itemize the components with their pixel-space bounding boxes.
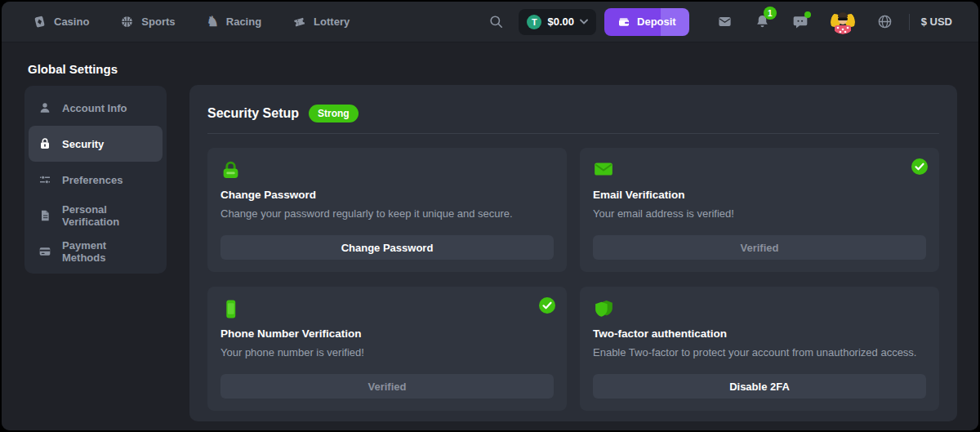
security-strength-badge: Strong [309, 105, 359, 122]
sidebar-item-label: Payment Methods [62, 239, 153, 264]
nav-item-lottery[interactable]: Lottery [292, 15, 350, 29]
lottery-icon [292, 15, 306, 29]
disable-2fa-button[interactable]: Disable 2FA [593, 374, 926, 399]
chat-button[interactable] [792, 14, 808, 30]
notifications-button[interactable]: 1 [755, 14, 770, 29]
card-icon-wrap [220, 299, 554, 320]
padlock-icon [220, 160, 241, 180]
avatar-image [831, 10, 855, 34]
sports-icon [120, 15, 134, 29]
balance-selector[interactable]: T $0.00 [519, 9, 596, 35]
avatar[interactable] [831, 10, 855, 34]
inbox-button[interactable] [717, 14, 733, 29]
card-title: Phone Number Verification [220, 327, 554, 340]
two-factor-card: Two-factor authentication Enable Two-fac… [580, 287, 939, 411]
change-password-button[interactable]: Change Password [220, 235, 554, 260]
card-title: Email Verification [593, 189, 926, 201]
currency-selector[interactable]: $ USD [921, 16, 952, 28]
nav-divider [909, 14, 910, 30]
app-window: Casino Sports ♞ Racing Lottery T $0.00 [0, 0, 980, 432]
chevron-down-icon [580, 19, 588, 24]
card-description: Change your password regularly to keep i… [220, 207, 554, 220]
lock-icon [38, 137, 51, 150]
sidebar-item-security[interactable]: Security [29, 126, 163, 162]
nav-item-label: Sports [141, 16, 175, 28]
phone-verified-button[interactable]: Verified [220, 374, 554, 399]
card-description: Your email address is verified! [593, 207, 926, 220]
balance-amount: $0.00 [547, 16, 574, 28]
sidebar-item-label: Security [62, 138, 104, 150]
card-title: Change Password [220, 189, 554, 201]
nav-item-racing[interactable]: ♞ Racing [207, 15, 262, 29]
mail-icon [717, 14, 733, 29]
chat-online-dot [804, 11, 811, 18]
sidebar-item-label: Personal Verification [62, 203, 153, 228]
deposit-button[interactable]: Deposit [604, 8, 689, 36]
racing-icon: ♞ [207, 15, 219, 29]
document-icon [38, 209, 51, 222]
nav-item-label: Lottery [314, 16, 350, 28]
panel-title: Security Setup [207, 106, 299, 121]
credit-card-icon [38, 245, 51, 258]
security-cards-grid: Change Password Change your password reg… [207, 148, 939, 411]
sidebar-item-label: Account Info [62, 102, 127, 114]
phone-verification-card: Phone Number Verification Your phone num… [207, 287, 567, 411]
email-verification-card: Email Verification Your email address is… [580, 148, 939, 272]
change-password-card: Change Password Change your password reg… [207, 148, 567, 272]
nav-item-label: Casino [54, 16, 89, 28]
card-description: Your phone number is verified! [220, 346, 554, 359]
deposit-label: Deposit [637, 16, 676, 28]
nav-item-casino[interactable]: Casino [33, 15, 89, 29]
phone-icon [220, 299, 241, 319]
sliders-icon [38, 173, 51, 186]
nav-menu: Casino Sports ♞ Racing Lottery [33, 15, 350, 29]
sidebar-item-personal-verification[interactable]: Personal Verification [29, 198, 163, 234]
settings-sidebar: Account Info Security Preferences Person… [24, 86, 167, 274]
page-body: Global Settings Account Info Security Pr… [2, 42, 978, 430]
card-icon-wrap [220, 160, 554, 181]
verified-check-icon [911, 158, 928, 178]
page-title: Global Settings [28, 62, 118, 76]
envelope-icon [593, 160, 614, 178]
sidebar-item-account-info[interactable]: Account Info [29, 90, 163, 126]
tether-icon: T [527, 15, 541, 29]
nav-icon-group: 1 [717, 10, 893, 34]
shields-icon [593, 299, 615, 319]
globe-icon [877, 14, 893, 29]
panel-header: Security Setup Strong [207, 105, 939, 122]
header-divider [207, 133, 939, 134]
sidebar-item-payment-methods[interactable]: Payment Methods [29, 234, 163, 269]
email-verified-button[interactable]: Verified [593, 235, 926, 260]
language-button[interactable] [877, 14, 893, 29]
verified-check-icon [539, 297, 555, 317]
sidebar-item-preferences[interactable]: Preferences [29, 162, 163, 198]
wallet-icon [617, 16, 630, 29]
card-icon-wrap [593, 160, 926, 181]
security-setup-panel: Security Setup Strong Change Password Ch… [189, 85, 957, 421]
notification-badge: 1 [764, 7, 777, 20]
top-nav: Casino Sports ♞ Racing Lottery T $0.00 [2, 2, 978, 42]
card-title: Two-factor authentication [593, 327, 926, 340]
nav-item-label: Racing [226, 16, 261, 28]
casino-icon [33, 15, 47, 29]
sidebar-item-label: Preferences [62, 174, 122, 186]
nav-right: T $0.00 Deposit 1 [488, 8, 952, 36]
user-icon [38, 101, 51, 114]
nav-item-sports[interactable]: Sports [120, 15, 175, 29]
card-description: Enable Two-factor to protect your accoun… [593, 346, 926, 359]
card-icon-wrap [593, 299, 926, 320]
search-icon [488, 14, 504, 29]
search-button[interactable] [488, 14, 504, 29]
